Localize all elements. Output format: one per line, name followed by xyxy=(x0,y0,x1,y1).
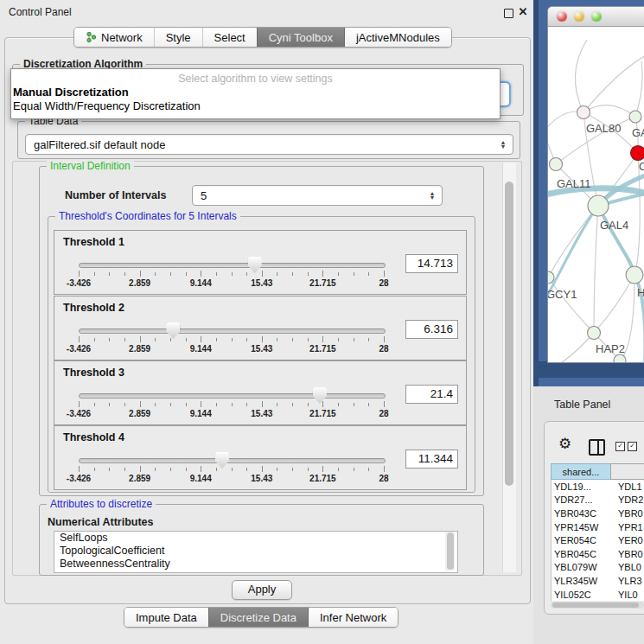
network-node-green[interactable] xyxy=(629,111,641,123)
network-edge[interactable] xyxy=(548,277,594,333)
slider-tick xyxy=(292,468,293,471)
horizontal-scrollbar-thumb[interactable] xyxy=(552,603,639,608)
network-edge[interactable] xyxy=(583,48,644,112)
tab-infer-network[interactable]: Infer Network xyxy=(308,608,398,627)
slider-track[interactable] xyxy=(79,393,386,399)
threshold-value-field[interactable]: 11.344 xyxy=(405,450,458,469)
slider-tick xyxy=(262,401,263,407)
float-window-icon[interactable] xyxy=(504,9,513,18)
slider-tick xyxy=(186,338,187,341)
network-node-green[interactable] xyxy=(626,266,643,284)
network-node-green[interactable] xyxy=(550,158,563,171)
tab-network[interactable]: Network xyxy=(74,28,154,47)
slider-tick xyxy=(308,272,309,276)
close-icon[interactable]: ✕ xyxy=(518,7,528,17)
network-edge[interactable] xyxy=(635,61,642,117)
network-node-red[interactable] xyxy=(631,146,644,161)
attribute-list-item[interactable]: TopologicalCoefficient xyxy=(54,545,457,558)
network-node-green[interactable] xyxy=(588,195,609,216)
network-edge[interactable] xyxy=(594,206,598,333)
table-column-header[interactable]: n xyxy=(610,463,644,480)
network-node-pink[interactable] xyxy=(577,106,590,119)
table-row[interactable]: YBL079WYBL0 xyxy=(552,561,644,575)
slider-thumb[interactable] xyxy=(215,452,229,469)
threshold-value-field[interactable]: 14.713 xyxy=(405,254,458,273)
gear-icon[interactable]: ⚙ xyxy=(558,437,571,451)
network-edge[interactable] xyxy=(548,113,556,164)
network-edge[interactable] xyxy=(557,333,594,363)
table-row[interactable]: YBR045CYBR0 xyxy=(552,547,644,561)
close-traffic-light[interactable] xyxy=(557,11,567,22)
slider-tick xyxy=(338,272,339,276)
tab-impute-data[interactable]: Impute Data xyxy=(124,608,208,627)
slider-tick-label: 28 xyxy=(379,344,388,354)
slider-thumb[interactable] xyxy=(248,257,262,273)
horizontal-scrollbar[interactable] xyxy=(551,602,644,609)
slider-tick xyxy=(170,468,171,471)
network-node-green[interactable] xyxy=(588,327,601,340)
table-row[interactable]: YER054CYER0 xyxy=(552,533,644,547)
network-view-window[interactable]: GAL80GACGAL11GAL4GCY1HHAP2 xyxy=(547,6,644,363)
slider-tick xyxy=(232,403,233,406)
table-row[interactable]: YIL052CYIL0 xyxy=(552,588,644,601)
slider-tick-label: 9.144 xyxy=(190,278,212,288)
table-cell: YER0 xyxy=(613,535,643,545)
table-row[interactable]: YLR345WYLR3 xyxy=(552,574,644,588)
attribute-list-item[interactable]: SelfLoops xyxy=(54,532,457,545)
network-window-bottom-shadow xyxy=(533,361,644,378)
network-window-titlebar[interactable] xyxy=(548,7,644,27)
slider-tick xyxy=(246,468,247,471)
numerical-attributes-list[interactable]: SelfLoopsTopologicalCoefficientBetweenne… xyxy=(54,531,458,573)
zoom-traffic-light[interactable] xyxy=(591,11,602,22)
slider-tick xyxy=(308,338,309,341)
slider-tick xyxy=(232,468,233,471)
tab-style[interactable]: Style xyxy=(154,28,202,47)
network-edge[interactable] xyxy=(594,275,634,333)
split-columns-icon[interactable] xyxy=(589,439,605,456)
network-graph-canvas[interactable]: GAL80GACGAL11GAL4GCY1HHAP2 xyxy=(548,27,644,363)
slider-tick xyxy=(322,466,323,472)
vertical-scrollbar-thumb[interactable] xyxy=(505,182,513,486)
checkbox-icon-1[interactable]: ✓ xyxy=(615,442,625,451)
table-row[interactable]: YDL19...YDL1 xyxy=(552,480,644,494)
threshold-label: Threshold 4 xyxy=(63,431,124,443)
slider-tick xyxy=(368,272,369,276)
slider-track[interactable] xyxy=(79,263,386,268)
threshold-value-field[interactable]: 21.4 xyxy=(405,385,458,404)
slider-tick xyxy=(155,272,156,276)
slider-thumb[interactable] xyxy=(166,322,180,339)
slider-track[interactable] xyxy=(79,328,386,334)
network-edge[interactable] xyxy=(583,105,635,117)
table-row[interactable]: YDR27...YDR2 xyxy=(552,494,644,507)
top-tab-strip: NetworkStyleSelectCyni ToolboxjActiveMNo… xyxy=(73,27,452,48)
dropdown-option-equal-width-frequency-discretization[interactable]: Equal Width/Frequency Discretization xyxy=(13,99,201,112)
slider-track[interactable] xyxy=(79,458,386,463)
table-data-combobox[interactable]: galFiltered.sif default node ▲▼ xyxy=(25,134,513,155)
tab-select[interactable]: Select xyxy=(202,28,257,47)
list-scrollbar[interactable] xyxy=(445,532,455,571)
thresholds-group-label: Threshold's Coordinates for 5 Intervals xyxy=(55,210,240,222)
dropdown-option-manual-discretization[interactable]: Manual Discretization xyxy=(13,86,129,99)
network-edge-thick[interactable] xyxy=(598,206,634,275)
table-row[interactable]: YPR145WYPR1 xyxy=(552,520,644,534)
tab-discretize-data[interactable]: Discretize Data xyxy=(208,608,308,627)
tab-cyni-toolbox[interactable]: Cyni Toolbox xyxy=(257,28,344,47)
attribute-list-item[interactable]: BetweennessCentrality xyxy=(54,558,457,571)
slider-thumb[interactable] xyxy=(313,387,327,404)
number-of-intervals-spinner[interactable]: 5 ▲▼ xyxy=(192,185,443,206)
network-icon xyxy=(86,31,97,43)
table-row[interactable]: YBR043CYBR0 xyxy=(552,507,644,520)
network-node-green[interactable] xyxy=(548,271,554,284)
attributes-group-label: Attributes to discretize xyxy=(47,498,156,510)
network-node-green[interactable] xyxy=(614,354,626,363)
tab-label: Infer Network xyxy=(320,611,386,624)
minimize-traffic-light[interactable] xyxy=(574,11,584,22)
slider-tick xyxy=(384,271,385,277)
slider-tick-label: 2.859 xyxy=(129,344,150,354)
threshold-value-field[interactable]: 6.316 xyxy=(405,320,458,339)
table-column-header[interactable]: shared... xyxy=(551,463,610,480)
apply-button[interactable]: Apply xyxy=(232,580,292,600)
tab-jactivemnodules[interactable]: jActiveMNodules xyxy=(344,28,451,47)
checkbox-icon-2[interactable]: ✓ xyxy=(628,442,637,451)
network-edge[interactable] xyxy=(575,40,587,112)
